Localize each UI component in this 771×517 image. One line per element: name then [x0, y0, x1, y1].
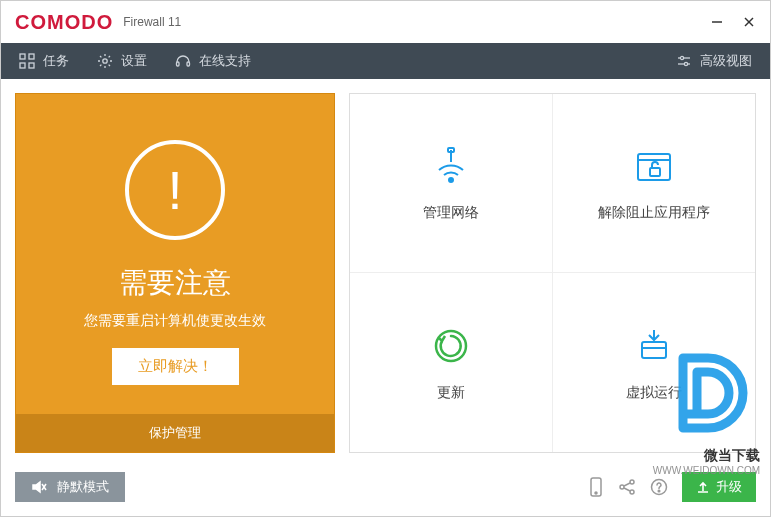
menu-tasks-label: 任务	[43, 52, 69, 70]
svg-point-27	[620, 485, 624, 489]
wifi-icon	[429, 144, 473, 188]
product-name: Firewall 11	[123, 15, 181, 29]
bottom-icons: 升级	[588, 472, 756, 502]
share-icon[interactable]	[618, 478, 636, 496]
protection-management-button[interactable]: 保护管理	[16, 414, 334, 452]
fix-now-button[interactable]: 立即解决！	[112, 348, 239, 385]
tile-manage-network[interactable]: 管理网络	[350, 94, 553, 273]
silent-mode-button[interactable]: 静默模式	[15, 472, 125, 502]
menu-support-label: 在线支持	[199, 52, 251, 70]
gear-icon	[97, 53, 113, 69]
svg-point-26	[595, 492, 597, 494]
svg-rect-3	[20, 54, 25, 59]
svg-rect-21	[642, 342, 666, 358]
minimize-button[interactable]	[710, 15, 724, 29]
tile-unblock-apps[interactable]: 解除阻止应用程序	[553, 94, 756, 273]
svg-point-33	[658, 490, 660, 492]
svg-rect-8	[177, 62, 180, 66]
tile-virtual-run[interactable]: 虚拟运行	[553, 273, 756, 452]
headset-icon	[175, 53, 191, 69]
silent-mode-label: 静默模式	[57, 478, 109, 496]
svg-line-30	[624, 483, 630, 486]
svg-point-12	[680, 56, 683, 59]
main-area: ! 需要注意 您需要重启计算机使更改生效 立即解决！ 保护管理 管理网络 解除阻…	[1, 79, 770, 467]
sliders-icon	[676, 53, 692, 69]
refresh-icon	[429, 324, 473, 368]
brand-logo: COMODO	[15, 11, 113, 34]
tile-virtual-label: 虚拟运行	[626, 384, 682, 402]
tile-update[interactable]: 更新	[350, 273, 553, 452]
tiles-grid: 管理网络 解除阻止应用程序 更新 虚拟运行	[349, 93, 756, 453]
tile-update-label: 更新	[437, 384, 465, 402]
menu-bar: 任务 设置 在线支持 高级视图	[1, 43, 770, 79]
svg-rect-9	[187, 62, 190, 66]
close-button[interactable]	[742, 15, 756, 29]
menu-support[interactable]: 在线支持	[175, 52, 251, 70]
window-controls	[710, 15, 756, 29]
menu-settings[interactable]: 设置	[97, 52, 147, 70]
tile-unblock-label: 解除阻止应用程序	[598, 204, 710, 222]
svg-point-29	[630, 490, 634, 494]
menu-advanced-view[interactable]: 高级视图	[676, 52, 752, 70]
mute-icon	[31, 479, 47, 495]
upgrade-icon	[696, 480, 710, 494]
svg-point-7	[103, 59, 107, 63]
menu-advanced-label: 高级视图	[700, 52, 752, 70]
tile-network-label: 管理网络	[423, 204, 479, 222]
menu-tasks[interactable]: 任务	[19, 52, 69, 70]
status-panel: ! 需要注意 您需要重启计算机使更改生效 立即解决！ 保护管理	[15, 93, 335, 453]
warning-icon: !	[125, 140, 225, 240]
sandbox-icon	[632, 324, 676, 368]
bottom-bar: 静默模式 升级	[15, 472, 756, 502]
svg-rect-4	[29, 54, 34, 59]
upgrade-label: 升级	[716, 478, 742, 496]
menu-settings-label: 设置	[121, 52, 147, 70]
mobile-icon[interactable]	[588, 477, 604, 497]
tasks-icon	[19, 53, 35, 69]
svg-point-14	[449, 178, 453, 182]
svg-point-13	[684, 62, 687, 65]
title-bar: COMODO Firewall 11	[1, 1, 770, 43]
status-subtitle: 您需要重启计算机使更改生效	[84, 312, 266, 330]
svg-rect-6	[29, 63, 34, 68]
svg-point-28	[630, 480, 634, 484]
unlock-window-icon	[632, 144, 676, 188]
svg-line-31	[624, 488, 630, 491]
svg-rect-5	[20, 63, 25, 68]
svg-rect-19	[650, 168, 660, 176]
upgrade-button[interactable]: 升级	[682, 472, 756, 502]
help-icon[interactable]	[650, 478, 668, 496]
status-title: 需要注意	[119, 264, 231, 302]
